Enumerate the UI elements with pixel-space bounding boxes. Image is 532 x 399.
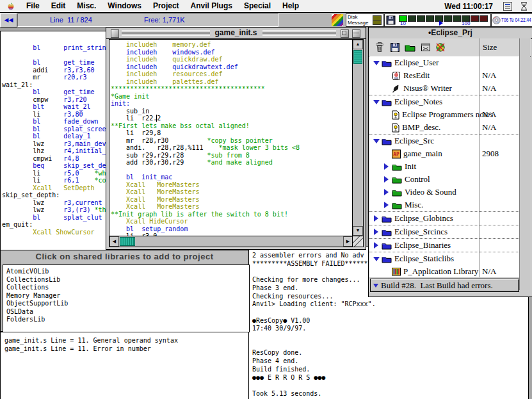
note-icon — [392, 110, 399, 120]
vertical-scrollbar[interactable]: ▲ ▼ — [352, 39, 364, 236]
error-line[interactable]: game_init.s Line = 11. General operand s… — [4, 336, 248, 345]
project-titlebar[interactable]: •Eclipse_Prj — [369, 28, 532, 39]
code-line: includeh windows.def — [111, 49, 353, 56]
nisus-icon — [392, 84, 401, 93]
folder-icon[interactable] — [403, 40, 417, 54]
tree-item-p-application-library[interactable]: P_Application LibraryN/A — [369, 265, 519, 277]
tree-item-eclipse-notes[interactable]: Eclipse_Notes — [369, 95, 519, 108]
menu-item-project[interactable]: Project — [147, 1, 185, 10]
build-status-text: Build #28. Last Build had errors. — [381, 281, 493, 291]
log-line — [252, 382, 528, 390]
code-line: **************************************** — [111, 85, 353, 93]
error-line[interactable]: game_init.s Line = 11. Error in number — [4, 345, 248, 353]
library-item[interactable]: ObjectSupportLib — [6, 300, 249, 308]
left-code-panel[interactable]: bl print_strin bl get_time addi r3,r3,60… — [0, 31, 113, 264]
disclosure-slot — [382, 176, 391, 183]
disclosure-closed-icon[interactable] — [384, 163, 389, 170]
hourglass-icon[interactable] — [520, 2, 528, 11]
desktop: { "colors":{"accent_blue":"#0000CC","oli… — [0, 0, 532, 399]
tree-item-nisus-writer[interactable]: Nisus® WriterN/A — [369, 82, 519, 95]
library-item[interactable]: FoldersLib — [6, 316, 249, 324]
code-line: bl setup_random — [111, 225, 353, 233]
tree-item-eclipse-globincs[interactable]: Eclipse_Globincs — [369, 211, 519, 225]
application-menu-icon[interactable] — [503, 2, 512, 11]
editor-code-area[interactable]: includeh memory.def includeh windows.def… — [109, 39, 354, 238]
resize-grip[interactable] — [352, 236, 364, 247]
editor-titlebar[interactable]: game_init.s — [106, 28, 366, 39]
tree-item-eclipse-staticlibs[interactable]: Eclipse_Staticlibs — [369, 252, 519, 265]
back-button[interactable]: ◀◀ — [0, 13, 17, 28]
disclosure-closed-icon[interactable] — [384, 202, 389, 208]
close-box-icon[interactable] — [111, 29, 119, 38]
code-line: li r29,8 — [111, 129, 353, 137]
apple-menu-icon[interactable] — [6, 1, 15, 12]
log-line: ●ResCopy● V1.00 — [252, 317, 528, 325]
disclosure-open-icon[interactable] — [373, 139, 380, 143]
rainbow-stripes-icon[interactable] — [332, 14, 343, 26]
menu-item-edit[interactable]: Edit — [45, 1, 72, 10]
build-window-icon[interactable] — [419, 40, 432, 54]
menu-item-anvil-plugs[interactable]: Anvil Plugs — [185, 1, 238, 10]
folder-green-icon — [392, 163, 402, 171]
main-toolbar: ◀◀ Line 11 / 824 Free: 1,771K Disk Messa… — [0, 13, 532, 28]
disclosure-closed-icon[interactable] — [384, 176, 389, 183]
menu-item-windows[interactable]: Windows — [102, 1, 147, 10]
scroll-up-icon[interactable]: ▲ — [353, 40, 363, 49]
menu-item-help[interactable]: Help — [277, 1, 305, 10]
project-scrollbar[interactable] — [519, 38, 530, 290]
scroll-left-icon[interactable]: ◀ — [109, 236, 119, 247]
disclosure-closed-icon[interactable] — [384, 189, 389, 195]
gauge-segment — [417, 15, 425, 22]
disclosure-closed-icon[interactable] — [374, 229, 378, 235]
tree-item-control[interactable]: Control — [369, 173, 519, 186]
zoom-box-icon[interactable] — [341, 29, 349, 38]
disclosure-slot — [372, 257, 380, 261]
horizontal-scroll-thumb[interactable] — [120, 237, 135, 246]
shared-libraries-panel: Click on shared libraries to add to proj… — [0, 250, 249, 332]
menu-item-special[interactable]: Special — [238, 1, 277, 10]
tree-item-eclipse-binaries[interactable]: Eclipse_Binaries — [369, 238, 519, 252]
code-line: Xcall MoreMasters — [111, 203, 353, 211]
trash-icon[interactable] — [373, 40, 386, 54]
tree-item-misc-[interactable]: Misc. — [369, 199, 519, 211]
disclosure-closed-icon[interactable] — [374, 242, 378, 248]
tree-item-game-main[interactable]: APgame_main2908 — [369, 147, 519, 160]
scroll-right-icon[interactable]: ▶ — [343, 236, 353, 247]
vertical-scroll-thumb[interactable] — [353, 50, 362, 64]
tree-item-init[interactable]: Init — [369, 160, 519, 173]
menu-item-file[interactable]: File — [20, 1, 45, 10]
folder-blue-icon — [382, 137, 392, 145]
tree-item-video-sound[interactable]: Video & Sound — [369, 186, 519, 199]
collapse-box-icon[interactable] — [352, 29, 360, 38]
code-line: bl init_mac — [111, 174, 353, 181]
target-icon[interactable] — [434, 40, 447, 54]
code-line: addi r3,r3,60 — [2, 67, 112, 74]
disclosure-open-icon[interactable] — [373, 257, 380, 261]
tree-item-eclipse-user[interactable]: Eclipse_User — [369, 56, 519, 69]
scroll-down-icon[interactable]: ▼ — [353, 226, 363, 236]
library-item[interactable]: Memory Manager — [6, 292, 249, 300]
menu-item-misc-[interactable]: Misc. — [71, 1, 102, 10]
tree-item-bmp-desc-[interactable]: BMP_desc.N/A — [369, 121, 519, 134]
disclosure-open-icon[interactable] — [373, 61, 380, 65]
code-line: Xcall ShowCursor — [2, 229, 112, 236]
column-divider[interactable] — [480, 38, 480, 277]
disclosure-open-icon[interactable] — [373, 100, 380, 104]
build-status-bar[interactable]: Build #28. Last Build had errors. — [370, 279, 519, 292]
folder-blue-icon — [382, 215, 392, 223]
tree-item-eclipse-srcincs[interactable]: Eclipse_Srcincs — [369, 225, 519, 238]
horizontal-scrollbar[interactable]: ◀ ▶ — [109, 236, 353, 247]
library-item[interactable]: AtomicVOLib — [6, 268, 249, 276]
gauge-segment — [453, 15, 461, 22]
tree-item-eclipse-programmers-notes[interactable]: Eclipse Programmers notesN/A — [369, 108, 519, 121]
library-item[interactable]: CollectionsLib — [6, 276, 249, 284]
library-item[interactable]: OSLData — [6, 308, 249, 316]
tree-item-resedit[interactable]: ResEditN/A — [369, 69, 519, 82]
gauge-min-label: 10 — [400, 20, 406, 26]
save-icon[interactable] — [388, 40, 401, 54]
tree-item-eclipse-src[interactable]: Eclipse_Src — [369, 134, 519, 147]
library-item[interactable]: Collections — [6, 284, 249, 292]
menubar-clock[interactable]: Wed 11:00:17 — [438, 2, 499, 11]
log-line: Took 5.13 seconds. — [252, 390, 528, 398]
disclosure-closed-icon[interactable] — [374, 215, 378, 222]
